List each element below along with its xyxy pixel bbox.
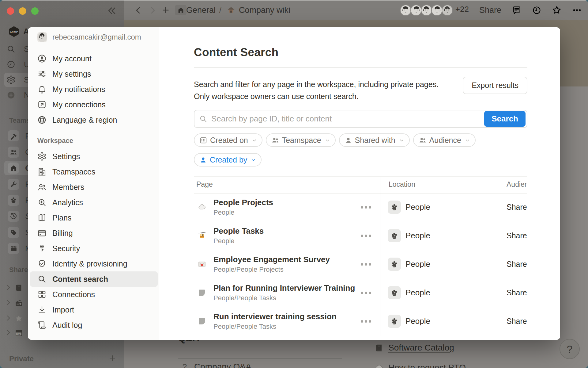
search-button[interactable]: Search bbox=[484, 111, 526, 127]
avatar bbox=[421, 5, 432, 16]
settings-nav-my-connections[interactable]: My connections bbox=[30, 97, 158, 112]
settings-nav-members[interactable]: Members bbox=[30, 179, 158, 195]
zoom-window-button[interactable] bbox=[31, 7, 39, 15]
software-catalog-label: Software Catalog bbox=[388, 343, 454, 353]
shared-page-item[interactable] bbox=[5, 284, 23, 292]
pto-link[interactable]: How to request PTO bbox=[375, 363, 466, 368]
shared-page-item[interactable] bbox=[5, 314, 23, 323]
teamspace-flower-icon bbox=[388, 286, 401, 299]
expand-chevron-icon[interactable] bbox=[5, 329, 12, 337]
filter-shared-with[interactable]: Shared with bbox=[339, 133, 410, 147]
breadcrumb-teamspace[interactable]: General bbox=[186, 6, 216, 15]
settings-nav-my-notifications[interactable]: My notifications bbox=[30, 82, 158, 97]
audience-value: Shared bbox=[507, 203, 527, 211]
avatar bbox=[431, 5, 443, 16]
table-row[interactable]: People Projects People People Shared bbox=[194, 193, 527, 221]
title-divider bbox=[194, 67, 527, 68]
book-icon bbox=[375, 343, 383, 352]
export-results-button[interactable]: Export results bbox=[463, 77, 527, 94]
close-window-button[interactable] bbox=[7, 7, 14, 15]
page-title: Content Search bbox=[194, 46, 278, 59]
audience-value: Shared bbox=[507, 260, 527, 268]
filter-audience[interactable]: Audience bbox=[413, 133, 476, 147]
page-title: People Tasks bbox=[213, 226, 380, 236]
search-input[interactable] bbox=[211, 114, 484, 124]
film-icon bbox=[8, 243, 19, 254]
row-actions-icon[interactable] bbox=[361, 292, 371, 294]
qa-page-link[interactable]: ? Company Q&A bbox=[180, 362, 251, 368]
table-row[interactable]: People Tasks People People Shared bbox=[194, 221, 527, 250]
search-icon bbox=[4, 44, 18, 54]
settings-nav-billing[interactable]: Billing bbox=[30, 225, 158, 241]
location-name: People bbox=[405, 231, 430, 240]
share-button[interactable]: Share bbox=[479, 6, 501, 15]
import-icon bbox=[37, 305, 52, 314]
workspace-logo[interactable] bbox=[8, 26, 20, 37]
star-icon bbox=[15, 314, 23, 323]
grid-icon bbox=[37, 290, 52, 299]
shared-page-item[interactable] bbox=[5, 329, 23, 337]
minimize-window-button[interactable] bbox=[19, 7, 26, 15]
sliders-icon bbox=[37, 69, 52, 79]
row-actions-icon[interactable] bbox=[361, 263, 371, 266]
collapse-sidebar-icon[interactable] bbox=[107, 6, 117, 17]
pto-label: How to request PTO bbox=[388, 363, 466, 368]
add-private-page-icon[interactable] bbox=[108, 354, 116, 363]
person-circle-icon bbox=[37, 54, 52, 63]
row-actions-icon[interactable] bbox=[361, 320, 371, 323]
row-actions-icon[interactable] bbox=[361, 206, 371, 209]
settings-nav-language-region[interactable]: Language & region bbox=[30, 112, 158, 128]
location-name: People bbox=[405, 288, 430, 297]
nav-back-icon[interactable] bbox=[134, 6, 143, 15]
settings-nav-analytics[interactable]: Analytics bbox=[30, 195, 158, 210]
map-icon bbox=[37, 213, 52, 222]
chevron-down-icon bbox=[251, 157, 256, 163]
help-button[interactable]: ? bbox=[560, 339, 580, 359]
breadcrumb-page[interactable]: Company wiki bbox=[239, 6, 290, 15]
settings-nav-identity-provisioning[interactable]: Identity & provisioning bbox=[30, 256, 158, 271]
row-actions-icon[interactable] bbox=[361, 235, 371, 237]
key-icon bbox=[37, 244, 52, 253]
page-title: Run interviewer training session bbox=[213, 312, 380, 322]
settings-nav-audit-log[interactable]: Audit log bbox=[30, 317, 158, 333]
settings-modal: rebeccamcakir@gmail.com My account My se… bbox=[28, 27, 560, 340]
filter-teamspace[interactable]: Teamspace bbox=[266, 133, 336, 147]
shared-page-item[interactable] bbox=[5, 299, 23, 307]
collaborator-avatars[interactable]: +22 bbox=[400, 5, 469, 16]
plus-circle-icon bbox=[4, 90, 18, 100]
expand-chevron-icon[interactable] bbox=[5, 284, 12, 292]
filter-created-on[interactable]: Created on bbox=[194, 133, 262, 147]
toolbar: General / Company wiki +22 Share bbox=[124, 0, 588, 20]
expand-chevron-icon[interactable] bbox=[5, 315, 12, 323]
avatar-overflow-count[interactable]: +22 bbox=[455, 5, 469, 16]
settings-nav-security[interactable]: Security bbox=[30, 241, 158, 256]
gear-icon bbox=[4, 75, 18, 84]
flower-icon bbox=[8, 195, 19, 206]
new-tab-icon[interactable] bbox=[161, 6, 170, 14]
settings-nav-my-account[interactable]: My account bbox=[30, 51, 158, 66]
settings-nav-my-settings[interactable]: My settings bbox=[30, 66, 158, 82]
filter-chips: Created on Teamspace Shared with bbox=[194, 133, 476, 147]
settings-nav-connections[interactable]: Connections bbox=[30, 287, 158, 302]
table-row[interactable]: Plan for Running Interviewer Training Pe… bbox=[194, 278, 527, 307]
expand-chevron-icon[interactable] bbox=[5, 299, 12, 307]
settings-nav-settings[interactable]: Settings bbox=[30, 149, 158, 164]
nav-forward-icon[interactable] bbox=[148, 6, 157, 15]
settings-nav-content-search[interactable]: Content search bbox=[30, 271, 158, 287]
breadcrumb-home-icon[interactable] bbox=[175, 5, 187, 15]
filter-created-by[interactable]: Created by bbox=[194, 153, 262, 167]
settings-nav-import[interactable]: Import bbox=[30, 302, 158, 317]
settings-nav-plans[interactable]: Plans bbox=[30, 210, 158, 225]
updates-clock-icon[interactable] bbox=[532, 6, 541, 15]
table-row[interactable]: Employee Engagement Survey People/People… bbox=[194, 250, 527, 278]
more-options-icon[interactable] bbox=[572, 5, 582, 15]
audience-value: Shared bbox=[507, 317, 527, 325]
private-section[interactable]: Private bbox=[9, 354, 116, 363]
column-header-location: Location bbox=[380, 180, 502, 189]
table-row[interactable]: Run interviewer training session People/… bbox=[194, 307, 527, 335]
settings-nav-teamspaces[interactable]: Teamspaces bbox=[30, 164, 158, 179]
software-catalog-link[interactable]: Software Catalog bbox=[375, 343, 454, 353]
cablecar-emoji bbox=[198, 232, 206, 240]
favorite-star-icon[interactable] bbox=[552, 5, 562, 15]
comments-icon[interactable] bbox=[512, 5, 522, 15]
